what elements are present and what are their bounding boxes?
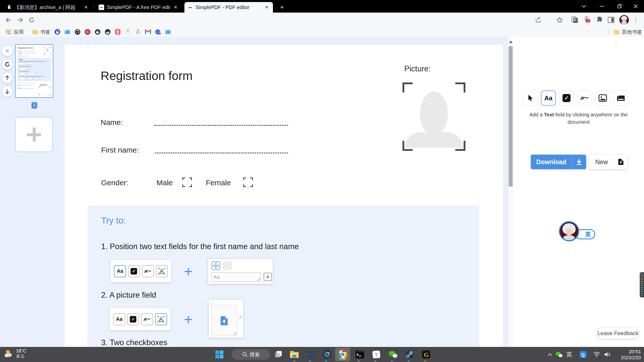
image-tool-button[interactable] — [595, 90, 610, 106]
bookmark-star-icon[interactable] — [555, 16, 564, 24]
reload-button[interactable] — [26, 14, 37, 25]
clock-widget[interactable]: 20:51 2023/2/20 — [614, 349, 641, 361]
bookmark-rabbit[interactable] — [123, 28, 133, 36]
weather-widget[interactable]: 18°C 多云 — [4, 348, 26, 358]
side-panel-icon[interactable] — [607, 16, 615, 24]
tab-archive[interactable]: 【新消息】archive_a | 阿超 ✕ — [3, 2, 92, 13]
app-cat-button[interactable] — [305, 349, 316, 360]
extensions-puzzle-icon[interactable] — [595, 16, 604, 24]
leave-feedback-button[interactable]: Leave Feedback — [597, 328, 639, 339]
typora-button[interactable]: T — [371, 349, 382, 360]
tray-wechat-icon[interactable] — [554, 350, 564, 358]
tab-simplepdf-home[interactable]: ∽ SimplePDF - A free PDF editor ✕ — [96, 2, 182, 13]
scrollbar-thumb[interactable] — [509, 46, 513, 187]
plus-icon: + — [184, 266, 193, 277]
window-restore-button[interactable] — [611, 0, 628, 13]
weather-icon — [4, 348, 14, 358]
bookmark-gmail[interactable] — [143, 28, 153, 36]
female-checkbox — [243, 177, 253, 187]
window-close-button[interactable] — [627, 0, 644, 13]
signature-tool-button[interactable] — [577, 90, 592, 106]
ime-avatar[interactable] — [559, 221, 579, 241]
tab-simplepdf-editor[interactable]: ∽ SimplePDF - PDF editor ✕ — [184, 2, 273, 13]
viewer-scrollbar[interactable] — [508, 37, 513, 347]
bookmark-leetcode[interactable] — [133, 28, 143, 36]
checkbox-tool-button[interactable]: ✓ — [559, 90, 574, 106]
tray-chevron-up[interactable] — [546, 350, 554, 358]
text-tool-button[interactable]: Aa — [541, 90, 556, 106]
move-page-up-button[interactable] — [2, 73, 13, 83]
move-page-down-button[interactable] — [2, 86, 13, 97]
tray-wifi-icon[interactable] — [592, 350, 601, 358]
tab-close-icon[interactable]: ✕ — [83, 4, 89, 11]
anime-site-icon — [115, 29, 121, 35]
bookmark-anime[interactable] — [113, 28, 123, 36]
select-tool-button[interactable] — [523, 90, 538, 106]
reading-list-extension-icon[interactable] — [571, 16, 579, 24]
move-dots-icon — [210, 301, 213, 304]
svg-text:Q: Q — [581, 352, 585, 357]
doc-title: Registration form — [101, 69, 192, 83]
svg-text:T: T — [375, 352, 378, 357]
bookmark-bilibili[interactable] — [62, 28, 72, 36]
bilibili-icon — [165, 29, 171, 35]
chrome-taskbar-button[interactable] — [337, 349, 348, 360]
browser-menu-icon[interactable]: ⋮ — [631, 16, 640, 24]
bookmark-baidu[interactable]: du — [52, 28, 62, 36]
picture-tool-icon — [156, 265, 168, 277]
steam-icon — [405, 350, 414, 359]
app-spiral-button[interactable] — [321, 349, 333, 360]
scroll-up-arrow[interactable] — [509, 40, 512, 43]
apps-grid-icon — [6, 29, 12, 35]
wechat-button[interactable] — [387, 349, 398, 360]
picture-field — [403, 82, 465, 151]
rotate-page-button[interactable] — [2, 59, 13, 70]
steam-button[interactable] — [404, 349, 415, 360]
tab-close-icon[interactable]: ✕ — [263, 4, 270, 11]
app-g-button[interactable]: G — [421, 349, 432, 360]
bookmark-folder[interactable]: 书签 — [30, 28, 52, 36]
terminal-button[interactable] — [354, 349, 365, 360]
tray-qq-pinyin-icon[interactable]: Q — [579, 350, 588, 358]
bookmark-monkey[interactable] — [103, 28, 113, 36]
delete-page-button[interactable] — [2, 46, 13, 56]
running-indicator — [391, 360, 393, 361]
tomato-timer-extension-icon[interactable] — [583, 16, 591, 24]
tab-close-icon[interactable]: ✕ — [172, 4, 179, 11]
new-tab-button[interactable]: + — [277, 3, 287, 12]
gmail-icon — [145, 29, 151, 35]
tray-volume-icon[interactable] — [603, 350, 612, 358]
start-button[interactable] — [214, 349, 225, 360]
new-document-button[interactable]: New — [589, 155, 627, 169]
download-button[interactable]: Download — [531, 155, 586, 169]
weather-temp: 18°C — [16, 348, 26, 354]
bookmark-bilibili-2[interactable] — [163, 28, 173, 36]
folder-icon — [614, 29, 620, 35]
page-thumbnail[interactable]: Registration form — [15, 44, 53, 98]
download-label: Download — [531, 158, 572, 166]
share-icon[interactable] — [534, 16, 543, 24]
date-tool-button[interactable] — [613, 90, 628, 106]
bookmark-docker[interactable] — [93, 28, 103, 36]
bookmark-devsite[interactable]: </> — [153, 28, 163, 36]
file-explorer-button[interactable] — [289, 349, 300, 360]
tray-ime-indicator[interactable]: 英 — [565, 350, 574, 358]
picture-widget-illustration: ✕ — [209, 300, 244, 338]
bookmark-gitee[interactable]: G — [83, 28, 93, 36]
back-button[interactable] — [3, 14, 14, 25]
search-box[interactable]: 搜索 — [231, 349, 270, 360]
bookmark-apps[interactable]: 应用 — [4, 28, 26, 36]
pdf-page[interactable]: Registration form Picture: Name: First n… — [65, 45, 503, 347]
instruction-item-3: 3. Two checkboxes — [101, 338, 167, 347]
task-view-button[interactable] — [273, 349, 284, 360]
file-upload-icon — [220, 316, 228, 326]
add-page-button[interactable] — [15, 117, 53, 152]
edge-docked-widget[interactable] — [640, 272, 644, 297]
profile-avatar[interactable] — [619, 15, 629, 25]
window-minimize-button[interactable] — [594, 0, 610, 13]
github-icon — [74, 29, 80, 35]
bookmark-github[interactable] — [72, 28, 83, 36]
forward-button[interactable] — [15, 14, 26, 25]
window-chevron-button[interactable] — [576, 0, 592, 13]
other-bookmarks[interactable]: 其他书签 — [612, 28, 644, 36]
